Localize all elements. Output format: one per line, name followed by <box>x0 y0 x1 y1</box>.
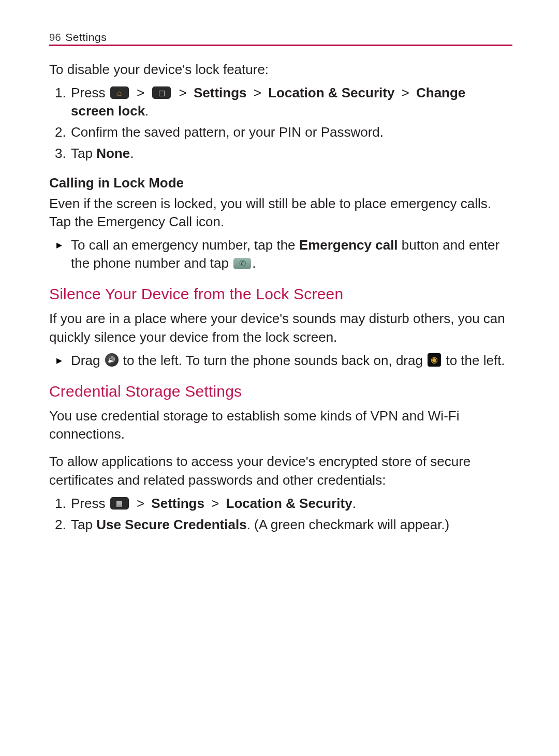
list-item: To call an emergency number, tap the Eme… <box>70 236 512 272</box>
disable-lock-intro: To disable your device's lock feature: <box>49 61 512 79</box>
list-item: Tap None. <box>70 144 512 163</box>
list-item: Press > > Settings > Location & Security… <box>70 84 512 120</box>
list-item: Drag to the left. To turn the phone soun… <box>70 352 512 370</box>
silence-para: If you are in a place where your device'… <box>49 310 512 346</box>
menu-icon <box>152 86 171 99</box>
silence-heading: Silence Your Device from the Lock Screen <box>49 284 512 305</box>
calling-lock-para: Even if the screen is locked, you will s… <box>49 195 512 231</box>
credential-intro: To allow applications to access your dev… <box>49 453 512 489</box>
disable-lock-steps: Press > > Settings > Location & Security… <box>49 84 512 163</box>
credential-para: You use credential storage to establish … <box>49 407 512 443</box>
calling-lock-heading: Calling in Lock Mode <box>49 174 512 192</box>
menu-icon <box>110 497 129 510</box>
page-number: 96 <box>49 32 61 43</box>
credential-heading: Credential Storage Settings <box>49 381 512 402</box>
list-item: Tap Use Secure Credentials. (A green che… <box>70 516 512 534</box>
list-item: Press > Settings > Location & Security. <box>70 495 512 513</box>
home-icon <box>110 86 129 99</box>
call-icon <box>233 258 251 269</box>
silence-list: Drag to the left. To turn the phone soun… <box>49 352 512 370</box>
running-header: 96 Settings <box>49 31 512 46</box>
calling-lock-list: To call an emergency number, tap the Eme… <box>49 236 512 272</box>
list-item: Confirm the saved pattern, or your PIN o… <box>70 123 512 141</box>
sound-on-icon <box>105 353 119 367</box>
credential-steps: Press > Settings > Location & Security. … <box>49 495 512 534</box>
section-title: Settings <box>65 31 107 43</box>
sound-off-icon <box>428 353 441 367</box>
